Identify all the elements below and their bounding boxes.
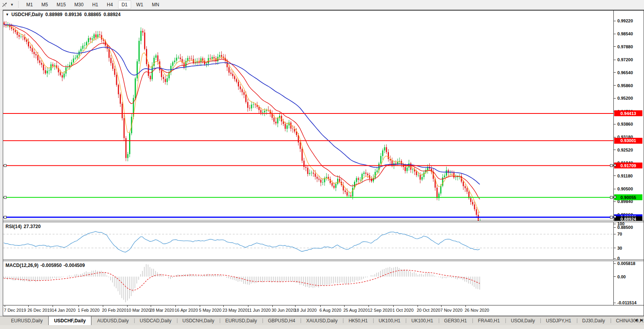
tab-gbpusd-h4[interactable]: GBPUSD,H4	[263, 317, 301, 325]
hline-handle[interactable]	[4, 164, 6, 167]
tab-usoil-daily[interactable]: USOil,Daily	[505, 317, 540, 325]
tab-ger30-h1[interactable]: GER30,H1	[439, 317, 473, 325]
date-tick	[53, 305, 53, 307]
hline-handle[interactable]	[614, 196, 616, 198]
rsi-tick: 70	[614, 232, 622, 236]
date-label: 18 Jul 2020	[294, 308, 317, 313]
caret-down-icon[interactable]: ▼	[9, 3, 15, 7]
hline-handle[interactable]	[610, 216, 613, 218]
toolbar-grip[interactable]	[18, 1, 20, 8]
timeframe-h1[interactable]: H1	[89, 0, 102, 9]
tick-text: 0.99220	[617, 18, 633, 23]
price-tick: 0.90500	[614, 186, 633, 191]
tick-dash	[614, 85, 616, 86]
tab-uk100-h1[interactable]: UK100,H1	[373, 317, 406, 325]
ohlc-high: 0.89136	[65, 12, 82, 17]
date-tick	[28, 305, 29, 307]
timeframe-w1[interactable]: W1	[133, 0, 147, 9]
macd-histogram	[4, 264, 480, 302]
rsi-line	[4, 232, 480, 252]
hline-price-label[interactable]: 0.91709	[614, 163, 642, 168]
timeframe-m30[interactable]: M30	[71, 0, 87, 9]
date-tick	[441, 305, 441, 307]
cursor-tool-group[interactable]: ▼	[0, 2, 17, 8]
tab-eurusd-daily[interactable]: EURUSD,Daily	[220, 317, 263, 325]
date-tick	[320, 305, 321, 307]
hline-handle[interactable]	[610, 196, 613, 199]
rsi-value: 27.3720	[24, 224, 40, 229]
date-label: 26 Nov 2020	[465, 308, 489, 313]
price-pane[interactable]	[3, 11, 614, 221]
timeframe-mn[interactable]: MN	[148, 0, 163, 9]
rsi-canvas[interactable]	[3, 222, 614, 260]
tabs-scroll-right-icon[interactable]: ▶	[640, 318, 643, 322]
tick-dash	[614, 201, 616, 202]
tick-dash	[614, 276, 616, 277]
date-label: 28 Mar 2020	[150, 308, 174, 313]
hline-price-label[interactable]: 0.94413	[614, 110, 642, 116]
timeframe-m15[interactable]: M15	[53, 0, 69, 9]
tab-xauusd-daily[interactable]: XAUUSD,Daily	[301, 317, 343, 325]
tab-usdcad-daily[interactable]: USDCAD,Daily	[134, 317, 177, 325]
hline-price-label[interactable]: 0.90055	[614, 194, 642, 200]
time-axis[interactable]: 7 Dec 201926 Dec 201914 Jan 20201 Feb 20…	[3, 305, 644, 316]
tick-text: 0.97880	[617, 44, 633, 49]
tabs-scroll-left-icon[interactable]: ◀	[635, 318, 637, 322]
pane-separator[interactable]	[3, 221, 644, 222]
tick-text: 70	[617, 232, 622, 236]
tick-dash	[614, 150, 616, 150]
hline-handle[interactable]	[4, 216, 6, 218]
macd-canvas[interactable]	[3, 261, 614, 305]
hline-handle[interactable]	[4, 196, 6, 199]
tab-fra40-h1[interactable]: FRA40,H1	[473, 317, 505, 325]
pane-separator[interactable]	[3, 260, 644, 261]
ohlc-open: 0.88989	[46, 12, 62, 17]
price-tick: 0.97200	[614, 57, 633, 62]
price-tick: 0.93860	[614, 122, 633, 126]
tab-eurusd-daily[interactable]: EURUSD,Daily	[5, 317, 48, 325]
price-chart-canvas[interactable]	[3, 11, 614, 221]
price-tick: 0.98540	[614, 31, 633, 36]
ohlc-close: 0.88924	[104, 12, 120, 17]
tick-dash	[614, 189, 616, 189]
date-tick	[418, 305, 418, 307]
macd-pane[interactable]: MACD(12,26,9)-0.005950-0.004509	[3, 261, 614, 305]
timeframe-m5[interactable]: M5	[38, 0, 52, 9]
tab-usdchf-daily[interactable]: USDCHF,Daily	[48, 316, 92, 325]
hline-handle[interactable]	[614, 216, 616, 218]
date-tick	[393, 305, 394, 307]
tick-text: 0.97200	[617, 57, 633, 62]
date-label: 1 Oct 2020	[392, 308, 414, 313]
tab-uk100-h1[interactable]: UK100,H1	[406, 317, 438, 325]
tick-dash	[614, 46, 616, 47]
hline-price-label[interactable]: 0.93001	[614, 138, 642, 144]
date-tick	[127, 305, 128, 307]
top-toolbar: ▼ M1M5M15M30H1H4D1W1MN	[0, 0, 644, 10]
collapse-chart-icon[interactable]: ▼	[5, 13, 9, 16]
date-label: 6 Aug 2020	[319, 308, 341, 313]
date-label: 26 Dec 2019	[27, 308, 52, 313]
tab-hk50-h1[interactable]: HK50,H1	[343, 317, 373, 325]
tick-dash	[614, 227, 616, 228]
hline-handle[interactable]	[610, 164, 613, 167]
timeframe-d1[interactable]: D1	[118, 0, 131, 9]
timeframe-h4[interactable]: H4	[103, 0, 116, 9]
tick-text: 0.95200	[617, 96, 633, 101]
macd-label: MACD(12,26,9)-0.005950-0.004509	[5, 263, 85, 268]
tick-dash	[614, 263, 616, 264]
tab-dj30-daily[interactable]: DJ30,Daily	[577, 317, 611, 325]
tick-text: 0.93860	[617, 122, 633, 126]
tab-usdjpy-h1[interactable]: USDJPY,H1	[540, 317, 576, 325]
macd-tick: -0.011514	[614, 300, 637, 305]
hline-handle[interactable]	[614, 164, 616, 166]
tab-audusd-daily[interactable]: AUDUSD,Daily	[91, 317, 134, 325]
rsi-pane[interactable]: RSI(14)27.3720	[3, 222, 614, 260]
tick-dash	[614, 224, 616, 224]
macd-name: MACD(12,26,9)	[5, 263, 38, 268]
date-tick	[248, 305, 248, 307]
tick-text: 0.98540	[617, 31, 633, 36]
macd-value-signal: -0.004509	[64, 263, 85, 268]
date-label: 16 Apr 2020	[175, 308, 198, 313]
tab-usdcnh-daily[interactable]: USDCNH,Daily	[177, 317, 220, 325]
timeframe-m1[interactable]: M1	[23, 0, 36, 9]
